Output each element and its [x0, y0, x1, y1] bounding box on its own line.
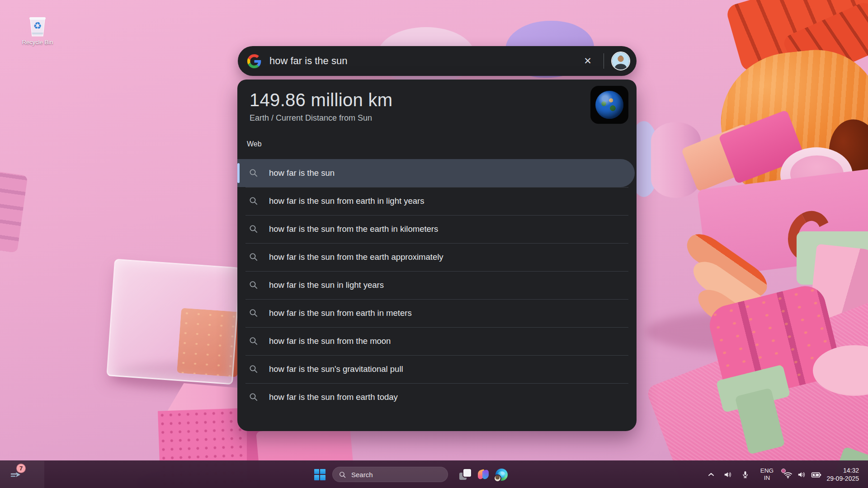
vertical-divider — [604, 53, 604, 69]
edge-icon — [495, 469, 508, 481]
profile-avatar[interactable] — [611, 52, 630, 70]
clock[interactable]: 14:32 29-09-2025 — [826, 466, 859, 483]
search-icon — [339, 471, 346, 479]
windows-logo-icon — [314, 469, 326, 480]
desktop: ♻ Recycle Bin how far is the sun ✕ — [0, 0, 868, 488]
audio-output-button[interactable] — [723, 469, 733, 480]
answer-block: 149.86 million km Earth / Current Distan… — [250, 89, 582, 123]
widgets-button[interactable]: 7 — [0, 461, 44, 488]
chevron-up-icon — [706, 469, 716, 479]
suggestion-text: how far is the sun — [269, 168, 335, 178]
close-icon: ✕ — [584, 56, 592, 66]
speaker-icon — [797, 469, 807, 480]
clear-search-button[interactable]: ✕ — [579, 52, 596, 70]
suggestion-text: how far is the sun's gravitational pull — [269, 364, 403, 374]
suggestion-row[interactable]: how far is the sun's gravitational pull — [237, 355, 637, 383]
search-icon — [248, 280, 259, 291]
suggestion-text: how far is the sun from the moon — [269, 336, 391, 346]
suggestion-row[interactable]: how far is the sun from the earth approx… — [237, 243, 637, 271]
suggestion-list: how far is the sun how far is the sun fr… — [237, 159, 637, 411]
edge-profile-badge — [494, 474, 501, 482]
search-icon — [248, 168, 259, 178]
taskbar-search-placeholder: Search — [351, 471, 373, 479]
copilot-icon — [477, 469, 489, 480]
google-search-bar[interactable]: how far is the sun ✕ — [238, 46, 637, 76]
suggestion-row[interactable]: how far is the sun from earth today — [237, 383, 637, 411]
suggestion-text: how far is the sun from earth in light y… — [269, 196, 424, 206]
suggestion-text: how far is the sun from earth in meters — [269, 308, 412, 318]
recycle-bin-desktop-icon[interactable]: ♻ Recycle Bin — [21, 14, 54, 46]
network-button[interactable] — [783, 469, 793, 480]
language-indicator[interactable]: ENG IN — [758, 467, 776, 482]
taskbar: 7 Search — [0, 460, 868, 488]
system-tray: ENG IN — [706, 461, 868, 488]
search-bar-actions: ✕ — [579, 52, 637, 70]
time: 14:32 — [826, 466, 859, 474]
search-icon — [248, 224, 259, 235]
web-section-label: Web — [247, 140, 262, 148]
search-icon — [248, 252, 259, 263]
search-results-panel: 149.86 million km Earth / Current Distan… — [237, 80, 637, 431]
suggestion-row[interactable]: how far is the sun from earth in meters — [237, 299, 637, 327]
hidden-icons-chevron[interactable] — [706, 469, 716, 479]
search-icon — [248, 392, 259, 403]
earth-globe-image — [595, 91, 623, 119]
taskbar-center: Search — [311, 461, 510, 488]
battery-icon — [811, 469, 822, 480]
recycle-bin-label: Recycle Bin — [21, 39, 54, 46]
suggestion-text: how far is the sun from the earth approx… — [269, 252, 443, 262]
task-view-button[interactable] — [456, 465, 474, 483]
google-logo-icon — [247, 54, 261, 68]
suggestion-text: how far is the sun from earth today — [269, 392, 398, 402]
language-line2: IN — [758, 474, 776, 482]
suggestion-row[interactable]: how far is the sun from earth in light y… — [237, 187, 637, 215]
recycle-bin-icon: ♻ — [27, 14, 48, 38]
microphone-icon — [741, 470, 750, 479]
search-icon — [248, 308, 259, 319]
suggestion-row[interactable]: how far is the sun in light years — [237, 271, 637, 299]
wallpaper-shape — [0, 170, 28, 253]
answer-value: 149.86 million km — [250, 89, 582, 111]
microphone-button[interactable] — [741, 470, 750, 479]
wallpaper-shape — [106, 259, 241, 385]
search-query-text[interactable]: how far is the sun — [269, 55, 347, 67]
edge-button[interactable] — [492, 465, 510, 483]
search-icon — [248, 364, 259, 375]
recycle-symbol: ♻ — [33, 21, 42, 30]
notification-badge: 7 — [16, 464, 26, 473]
speaker-icon — [723, 469, 733, 480]
search-icon — [248, 196, 259, 206]
date: 29-09-2025 — [826, 474, 859, 483]
suggestion-row-selected[interactable]: how far is the sun — [237, 159, 635, 187]
start-button[interactable] — [311, 465, 329, 483]
volume-button[interactable] — [797, 469, 807, 480]
taskbar-search-box[interactable]: Search — [332, 467, 448, 482]
answer-description: Earth / Current Distance from Sun — [250, 113, 582, 123]
earth-thumbnail[interactable] — [590, 86, 628, 124]
language-line1: ENG — [758, 467, 776, 474]
suggestion-text: how far is the sun from the earth in kil… — [269, 224, 438, 234]
search-icon — [248, 336, 259, 347]
suggestion-row[interactable]: how far is the sun from the moon — [237, 327, 637, 355]
battery-button[interactable] — [811, 469, 822, 480]
task-view-icon — [459, 469, 471, 480]
copilot-button[interactable] — [474, 465, 492, 483]
suggestion-text: how far is the sun in light years — [269, 280, 384, 290]
suggestion-row[interactable]: how far is the sun from the earth in kil… — [237, 215, 637, 243]
